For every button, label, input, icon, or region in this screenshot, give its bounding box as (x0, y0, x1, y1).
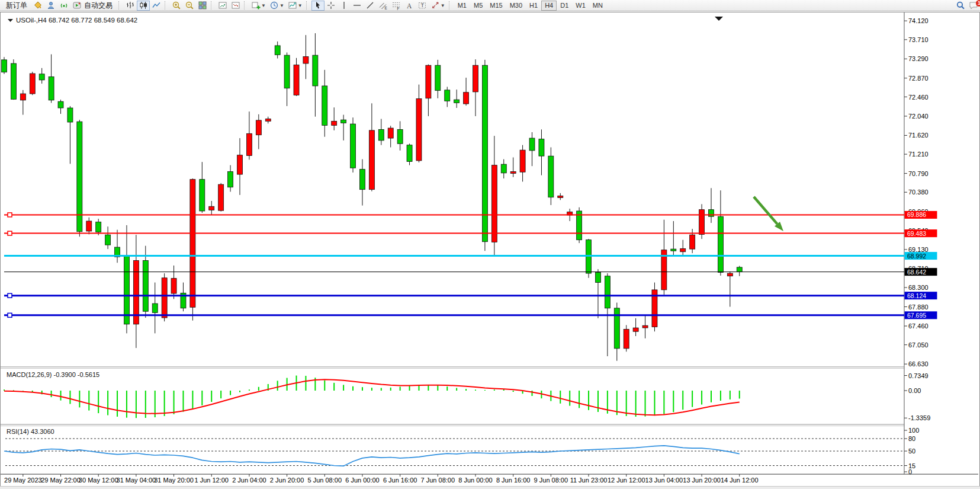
crosshair-icon[interactable] (324, 1, 338, 11)
templates-button[interactable]: ▼ (286, 1, 304, 11)
time-tick-label: 30 May 12:00 (79, 477, 118, 484)
timeframe-button-m5[interactable]: M5 (470, 1, 486, 11)
price-tag-label: 67.695 (907, 312, 926, 319)
candle-body (369, 130, 374, 190)
new-order-button[interactable]: 新订单 (2, 1, 31, 11)
timeframe-button-d1[interactable]: D1 (557, 1, 572, 11)
macd-label: MACD(12,26,9) -0.3900 -0.5615 (7, 371, 99, 378)
timeframe-button-mn[interactable]: MN (589, 1, 606, 11)
candle-body (322, 86, 327, 125)
time-tick-label: 8 Jun 00:00 (458, 477, 493, 484)
time-tick-label: 5 Jun 08:00 (308, 477, 342, 484)
time-tick-label: 12 Jun 12:00 (608, 477, 645, 484)
bar-chart-icon[interactable] (124, 1, 137, 11)
price-line-handle[interactable] (8, 293, 12, 298)
candle-body (491, 165, 497, 242)
macd-tick-label: -1.3359 (908, 414, 930, 421)
trendline-icon[interactable] (364, 1, 377, 11)
candle-body (614, 308, 619, 349)
candle-body (690, 235, 695, 249)
time-tick-label: 1 Jun 12:00 (194, 477, 229, 484)
price-tick-label: 68.300 (908, 284, 928, 291)
toolbar-separator (118, 1, 121, 9)
timeframe-button-w1[interactable]: W1 (572, 1, 589, 11)
signals-icon[interactable] (57, 1, 70, 11)
candle-body (737, 267, 742, 272)
fibonacci-icon[interactable]: F (390, 1, 403, 11)
autotrading-button[interactable]: 自动交易 (70, 1, 117, 11)
candle-body (718, 216, 723, 272)
time-tick-label: 14 Jun 12:00 (721, 477, 759, 484)
price-tick-label: 72.870 (908, 75, 928, 82)
timeframe-button-h1[interactable]: H1 (526, 1, 541, 11)
symbol-dropdown-icon[interactable] (8, 19, 13, 22)
metatrader-window: 新订单自动交易▼▼▼EFAT▼M1M5M15M30H1H4D1W1MN1 74.… (0, 0, 980, 489)
time-tick-label: 31 May 04:00 (117, 477, 156, 484)
price-tick-label: 70.790 (908, 170, 928, 177)
chart-shift-marker[interactable] (715, 17, 723, 21)
candle-body (2, 60, 7, 72)
data-window-icon[interactable] (216, 1, 229, 11)
chart-title: USOil-,H4 68.742 68.772 68.549 68.642 (16, 17, 137, 24)
candle-body (605, 276, 610, 308)
tile-windows-icon[interactable] (196, 1, 209, 11)
candle-body (501, 164, 506, 173)
candle-body (359, 170, 365, 190)
candle-body (548, 156, 554, 197)
candle-body (294, 65, 299, 95)
price-tick-label: 70.380 (908, 188, 928, 196)
text-label-icon[interactable]: T (416, 1, 429, 11)
chart-canvas[interactable]: 74.12073.71073.29072.87072.46072.04071.6… (1, 12, 979, 486)
search-icon[interactable] (954, 1, 967, 11)
rsi-tick-label: 80 (908, 435, 915, 442)
chat-icon[interactable]: 1 (967, 1, 980, 11)
timeframe-button-m1[interactable]: M1 (454, 1, 470, 11)
indicator-window-icon[interactable] (229, 1, 242, 11)
price-tick-label: 71.210 (908, 151, 928, 158)
price-line-handle[interactable] (8, 313, 12, 317)
zoom-in-icon[interactable] (170, 1, 183, 11)
rsi-tick-label: 0 (908, 468, 912, 475)
chart-colors-bucket-icon[interactable] (31, 1, 44, 11)
chevron-down-icon: ▼ (298, 3, 303, 8)
time-tick-label: 6 Jun 16:00 (383, 477, 417, 484)
candle-body (727, 273, 732, 276)
candle-body (152, 303, 158, 312)
horizontal-line-icon[interactable] (351, 1, 364, 11)
text-icon[interactable]: A (403, 1, 416, 11)
candle-body (124, 256, 129, 324)
candle-body (510, 172, 516, 174)
periods-button[interactable]: ▼ (268, 1, 286, 11)
zoom-out-icon[interactable] (183, 1, 196, 11)
candlestick-chart-icon[interactable] (137, 1, 150, 11)
price-line-handle[interactable] (8, 231, 12, 235)
timeframe-button-m15[interactable]: M15 (486, 1, 506, 11)
candle-body (96, 222, 101, 232)
candle-body (388, 128, 393, 138)
macd-signal-line (4, 379, 740, 415)
price-tick-label: 73.710 (908, 36, 928, 43)
publish-icon[interactable] (44, 1, 57, 11)
candle-body (445, 90, 450, 101)
candle-body (49, 76, 54, 100)
timeframe-button-m30[interactable]: M30 (506, 1, 526, 11)
line-chart-icon[interactable] (150, 1, 163, 11)
candle-body (680, 248, 686, 251)
chevron-down-icon: ▼ (441, 3, 445, 8)
cursor-icon[interactable] (311, 1, 324, 11)
arrows-icon[interactable]: ▼ (429, 1, 447, 11)
vertical-line-icon[interactable] (338, 1, 351, 11)
add-indicator-button[interactable]: ▼ (249, 1, 268, 11)
candle-body (39, 74, 44, 80)
time-tick-label: 8 Jun 16:00 (496, 477, 531, 484)
price-line-handle[interactable] (8, 213, 12, 217)
autotrading-button-label: 自动交易 (82, 1, 115, 11)
chart-window: 74.12073.71073.29072.87072.46072.04071.6… (0, 12, 980, 487)
candle-body (256, 120, 261, 135)
time-tick-label: 13 Jun 04:00 (645, 477, 683, 484)
timeframe-button-h4[interactable]: H4 (541, 1, 557, 11)
equidistant-channel-icon[interactable]: E (377, 1, 390, 11)
candle-body (228, 172, 233, 187)
annotation-arrow[interactable] (754, 197, 777, 224)
toolbar-separator (165, 1, 168, 9)
